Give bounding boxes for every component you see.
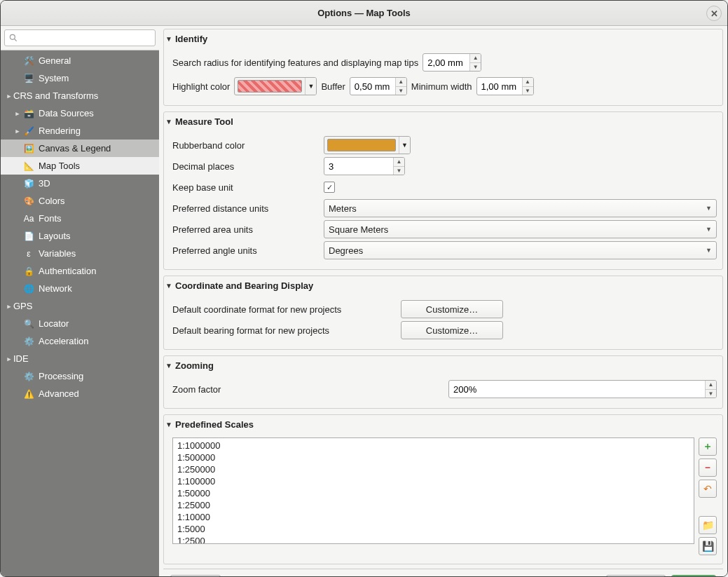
sidebar-item-data-sources[interactable]: ▶🗃️Data Sources: [1, 104, 159, 122]
disclosure-icon: ▶: [5, 355, 13, 362]
scale-export-button[interactable]: 💾: [699, 537, 717, 555]
sidebar-item-canvas-legend[interactable]: ▶🖼️Canvas & Legend: [1, 140, 159, 157]
sidebar-item-label: Processing: [39, 371, 83, 381]
scales-listbox[interactable]: 1:10000001:5000001:2500001:1000001:50000…: [172, 437, 694, 544]
tree-icon: 🗃️: [23, 108, 34, 119]
spin-down-icon[interactable]: ▼: [706, 390, 716, 398]
scale-add-button[interactable]: ＋: [699, 437, 717, 456]
spin-down-icon[interactable]: ▼: [396, 87, 406, 95]
coord-customize-button[interactable]: Customize…: [401, 300, 503, 318]
sidebar-item-ide[interactable]: ▶IDE: [1, 350, 159, 367]
search-radius-field[interactable]: ▲▼: [423, 53, 481, 72]
disclosure-triangle-icon: ▼: [165, 35, 175, 43]
bearing-customize-button[interactable]: Customize…: [401, 321, 503, 339]
scale-remove-button[interactable]: －: [699, 459, 717, 477]
scale-item[interactable]: 1:100000: [177, 475, 689, 487]
keep-base-unit-checkbox[interactable]: ✓: [324, 182, 335, 193]
buffer-label: Buffer: [321, 81, 345, 92]
preferred-area-combo[interactable]: Square Meters ▼: [324, 220, 717, 238]
sidebar-item-label: Variables: [39, 248, 76, 259]
sidebar-item-processing[interactable]: ▶⚙️Processing: [1, 367, 159, 385]
rubberband-color-swatch: [327, 139, 396, 151]
scale-reset-button[interactable]: ↶: [699, 480, 717, 498]
scale-item[interactable]: 1:10000: [177, 511, 689, 523]
decimal-places-input[interactable]: [324, 158, 393, 175]
section-identify-header[interactable]: ▼ Identify: [164, 29, 722, 48]
sidebar-item-locator[interactable]: ▶🔍Locator: [1, 315, 159, 332]
options-window: Options — Map Tools ✕ ▶🛠️General▶🖥️Syste…: [0, 0, 728, 577]
highlight-color-label: Highlight color: [172, 81, 230, 92]
section-scales-title: Predefined Scales: [175, 419, 254, 430]
ok-button[interactable]: ✓ OK: [671, 575, 716, 576]
buffer-field[interactable]: ▲▼: [350, 77, 407, 95]
sidebar-item-system[interactable]: ▶🖥️System: [1, 69, 159, 87]
scale-item[interactable]: 1:50000: [177, 487, 689, 499]
help-button[interactable]: ? Help: [170, 575, 221, 576]
sidebar-item-label: Locator: [39, 318, 69, 329]
sidebar-item-network[interactable]: ▶🌐Network: [1, 280, 159, 297]
decimal-places-field[interactable]: ▲▼: [324, 157, 405, 175]
zoom-factor-input[interactable]: [449, 381, 705, 398]
sidebar-item-crs-and-transforms[interactable]: ▶CRS and Transforms: [1, 87, 159, 104]
zoom-factor-field[interactable]: ▲▼: [448, 380, 717, 398]
sidebar-item-acceleration[interactable]: ▶⚙️Acceleration: [1, 332, 159, 350]
highlight-color-button[interactable]: ▼: [234, 77, 317, 95]
spin-up-icon[interactable]: ▲: [396, 78, 406, 87]
folder-icon: 📁: [702, 520, 714, 531]
sidebar-item-label: 3D: [39, 178, 50, 189]
tree-icon: 🔒: [23, 266, 34, 277]
minus-icon: －: [703, 461, 713, 474]
spin-down-icon[interactable]: ▼: [523, 87, 533, 95]
section-coord-header[interactable]: ▼ Coordinate and Bearing Display: [164, 276, 722, 294]
min-width-field[interactable]: ▲▼: [476, 77, 534, 95]
sidebar-item-label: Map Tools: [39, 161, 80, 171]
window-close-button[interactable]: ✕: [706, 6, 722, 21]
sidebar-item-layouts[interactable]: ▶📄Layouts: [1, 227, 159, 245]
sidebar-item-label: IDE: [13, 353, 29, 364]
preferred-distance-combo[interactable]: Meters ▼: [324, 199, 717, 217]
preferred-angle-combo[interactable]: Degrees ▼: [324, 241, 717, 259]
min-width-input[interactable]: [477, 78, 522, 95]
sidebar-item-map-tools[interactable]: ▶📐Map Tools: [1, 157, 159, 175]
scale-item[interactable]: 1:1000000: [177, 440, 689, 452]
window-title: Options — Map Tools: [317, 8, 411, 18]
sidebar-item-advanced[interactable]: ▶⚠️Advanced: [1, 385, 159, 402]
spin-up-icon[interactable]: ▲: [523, 78, 533, 87]
sidebar-item-gps[interactable]: ▶GPS: [1, 297, 159, 315]
disclosure-icon: ▶: [13, 128, 22, 135]
spin-up-icon[interactable]: ▲: [394, 158, 404, 167]
scale-item[interactable]: 1:25000: [177, 499, 689, 511]
sidebar-item-colors[interactable]: ▶🎨Colors: [1, 192, 159, 210]
scale-item[interactable]: 1:5000: [177, 523, 689, 535]
spin-up-icon[interactable]: ▲: [706, 381, 716, 390]
sidebar-item-3d[interactable]: ▶🧊3D: [1, 175, 159, 192]
tree-icon: 🖼️: [23, 143, 34, 154]
dialog-footer: ? Help ✕ Cancel ✓ OK: [163, 569, 723, 576]
buffer-input[interactable]: [350, 78, 395, 95]
cancel-button[interactable]: ✕ Cancel: [606, 575, 666, 576]
scale-item[interactable]: 1:500000: [177, 452, 689, 463]
search-radius-input[interactable]: [423, 54, 469, 71]
section-scales-header[interactable]: ▼ Predefined Scales: [164, 415, 722, 433]
spin-down-icon[interactable]: ▼: [470, 63, 481, 72]
sidebar-item-fonts[interactable]: ▶AaFonts: [1, 210, 159, 227]
sidebar-item-label: General: [39, 55, 71, 66]
sidebar-item-authentication[interactable]: ▶🔒Authentication: [1, 262, 159, 280]
search-input[interactable]: [4, 29, 156, 46]
scale-item[interactable]: 1:2500: [177, 535, 689, 544]
dropdown-icon[interactable]: ▼: [399, 137, 410, 154]
spin-up-icon[interactable]: ▲: [470, 54, 481, 63]
scale-item[interactable]: 1:250000: [177, 463, 689, 475]
sidebar-item-rendering[interactable]: ▶🖌️Rendering: [1, 122, 159, 140]
spin-down-icon[interactable]: ▼: [394, 167, 404, 175]
sidebar-item-label: Fonts: [39, 213, 62, 224]
rubberband-color-button[interactable]: ▼: [324, 136, 411, 154]
section-zoom-header[interactable]: ▼ Zooming: [164, 356, 722, 374]
section-measure-header[interactable]: ▼ Measure Tool: [164, 112, 722, 130]
dropdown-icon[interactable]: ▼: [305, 78, 316, 95]
scale-import-button[interactable]: 📁: [699, 516, 717, 534]
sidebar-item-variables[interactable]: ▶εVariables: [1, 245, 159, 262]
save-icon: 💾: [702, 541, 714, 552]
sidebar-item-general[interactable]: ▶🛠️General: [1, 52, 159, 69]
sidebar-item-label: Data Sources: [39, 108, 94, 118]
